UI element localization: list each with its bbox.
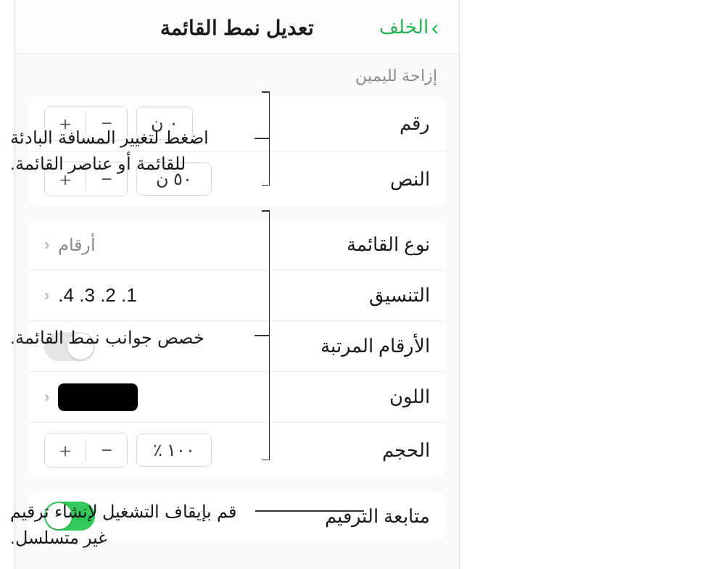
size-row: الحجم ١٠٠ ٪ − ＋ <box>28 423 446 478</box>
color-row[interactable]: اللون ‹ <box>28 372 446 423</box>
size-increase[interactable]: ＋ <box>45 433 86 467</box>
list-type-label: نوع القائمة <box>347 233 430 256</box>
callout-continue: قم بإيقاف التشغيل لإنشاء ترقيم غير متسلس… <box>10 499 249 551</box>
color-swatch <box>58 383 138 411</box>
text-indent-label: النص <box>390 168 430 191</box>
back-label: الخلف <box>379 16 429 38</box>
size-label: الحجم <box>382 439 430 462</box>
number-indent-label: رقم <box>400 112 430 135</box>
chevron-left-icon: ‹ <box>44 236 49 254</box>
chevron-right-icon: › <box>431 17 439 38</box>
size-stepper: − ＋ <box>44 433 128 468</box>
back-button[interactable]: › الخلف <box>379 16 439 38</box>
format-label: التنسيق <box>369 284 430 307</box>
list-style-panel: › الخلف تعديل نمط القائمة إزاحة لليمين ر… <box>15 0 460 569</box>
indent-section-header: إزاحة لليمين <box>15 54 459 91</box>
panel-title: تعديل نمط القائمة <box>36 16 439 40</box>
color-label: اللون <box>389 386 430 408</box>
list-type-row[interactable]: نوع القائمة أرقام ‹ <box>28 220 446 270</box>
continue-numbering-label: متابعة الترقيم <box>325 505 430 528</box>
list-type-value: أرقام <box>58 235 96 255</box>
panel-header: › الخلف تعديل نمط القائمة <box>15 0 459 54</box>
tiered-numbers-label: الأرقام المرتبة <box>320 335 430 357</box>
size-decrease[interactable]: − <box>86 433 127 467</box>
size-value: ١٠٠ ٪ <box>136 433 212 467</box>
callout-indent: اضغط لتغيير المسافة البادئة للقائمة أو ع… <box>10 125 249 177</box>
format-value: .4 .3 .2 .1 <box>58 284 136 307</box>
format-row[interactable]: التنسيق .4 .3 .2 .1 ‹ <box>28 270 446 321</box>
callout-customize: خصص جوانب نمط القائمة. <box>10 325 249 351</box>
chevron-left-icon: ‹ <box>44 286 49 305</box>
chevron-left-icon: ‹ <box>44 388 49 407</box>
